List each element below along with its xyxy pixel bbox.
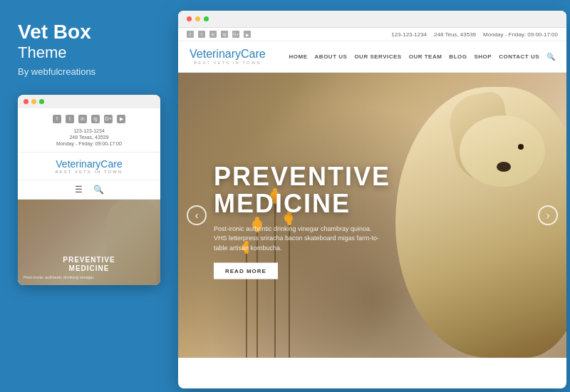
mobile-hours: Monday - Friday: 09:00-17:00 <box>56 141 122 146</box>
desktop-hero: PREVENTIVE MEDICINE Post-ironic authenti… <box>178 73 566 358</box>
desktop-hours: Monday - Friday: 09:00-17:00 <box>483 31 558 38</box>
hero-prev-arrow[interactable]: ‹ <box>187 205 207 225</box>
mobile-address: 248 Texas, 43539 <box>69 135 108 140</box>
theme-title: Vet Box Theme <box>18 21 159 62</box>
mobile-logo-bold: Veterinary <box>56 158 100 170</box>
dog-nose <box>497 162 511 172</box>
hero-title: PREVENTIVE MEDICINE <box>214 163 390 217</box>
nav-services[interactable]: OUR SERVICES <box>354 53 401 60</box>
desktop-gplus-icon: G+ <box>232 31 239 38</box>
desktop-contact-info: 123-123-1234 248 Teus, 43539 Monday - Fr… <box>391 31 558 38</box>
hero-next-arrow[interactable]: › <box>538 205 558 225</box>
desktop-twitter-icon: t <box>198 31 205 38</box>
desktop-navbar: VeterinaryCare BEST VETS IN TOWN HOME AB… <box>178 41 566 73</box>
desktop-youtube-icon: ▶ <box>244 31 251 38</box>
nav-shop[interactable]: SHOP <box>474 53 492 60</box>
desktop-logo-bold: Veterinary <box>190 48 241 60</box>
search-icon[interactable]: 🔍 <box>546 53 555 61</box>
twitter-icon: t <box>66 115 74 123</box>
desktop-address: 248 Teus, 43539 <box>434 31 476 38</box>
dot-red-desktop <box>187 16 192 21</box>
mac-dots-mobile <box>18 95 160 108</box>
mobile-phone: 123-123-1234 <box>73 128 105 133</box>
left-panel: Vet Box Theme By webfulcreations f t in … <box>0 0 177 392</box>
mobile-nav: ☰ 🔍 <box>18 180 160 200</box>
dog-eye <box>518 144 524 150</box>
desktop-logo-light: Care <box>241 48 266 60</box>
dot-green-mobile <box>39 99 44 104</box>
mobile-hero-overlay: PREVENTIVE MEDICINE Post-ironic authenti… <box>18 200 160 285</box>
dog-face <box>460 115 545 187</box>
dot-yellow-mobile <box>31 99 36 104</box>
mobile-logo-tagline: BEST VETS IN TOWN <box>24 170 155 174</box>
theme-name-light: Theme <box>18 43 159 62</box>
mobile-topbar: f t in ig G+ ▶ 123-123-1234 248 Texas, 4… <box>18 108 160 153</box>
desktop-nav-links: HOME ABOUT US OUR SERVICES OUR TEAM BLOG… <box>289 53 555 61</box>
desktop-linkedin-icon: in <box>209 31 217 38</box>
mobile-mockup: f t in ig G+ ▶ 123-123-1234 248 Texas, 4… <box>18 95 160 285</box>
desktop-logo: VeterinaryCare <box>190 48 266 60</box>
dot-green-desktop <box>204 16 209 21</box>
mobile-hero-desc: Post-ironic authentic drinking vinegar <box>24 275 155 279</box>
mobile-logo-light: Care <box>100 158 122 170</box>
desktop-facebook-icon: f <box>187 31 194 38</box>
mobile-logo: VeterinaryCare <box>24 158 155 170</box>
dog-silhouette <box>367 73 566 358</box>
theme-name-bold: Vet Box <box>18 21 159 43</box>
youtube-icon: ▶ <box>117 115 125 123</box>
desktop-mockup: f t in ig G+ ▶ 123-123-1234 248 Teus, 43… <box>178 11 566 388</box>
mobile-social-row: f t in ig G+ ▶ <box>24 112 155 126</box>
desktop-social-row: f t in ig G+ ▶ <box>187 31 251 38</box>
mobile-contact-info: 123-123-1234 248 Texas, 43539 Monday - F… <box>24 126 155 148</box>
hero-description: Post-ironic authentic drinking vinegar c… <box>214 224 385 253</box>
dot-red-mobile <box>24 99 28 104</box>
desktop-instagram-icon: ig <box>221 31 228 38</box>
nav-about[interactable]: ABOUT US <box>315 53 348 60</box>
search-icon-mobile[interactable]: 🔍 <box>93 185 104 195</box>
desktop-logo-tagline: BEST VETS IN TOWN <box>190 61 266 65</box>
hamburger-icon[interactable]: ☰ <box>75 185 83 195</box>
nav-blog[interactable]: BLOG <box>449 53 467 60</box>
desktop-phone: 123-123-1234 <box>391 31 427 38</box>
nav-home[interactable]: HOME <box>289 53 308 60</box>
desktop-titlebar <box>178 11 566 28</box>
nav-team[interactable]: OUR TEAM <box>409 53 442 60</box>
facebook-icon: f <box>53 115 61 123</box>
instagram-icon: ig <box>91 115 100 123</box>
hero-content: PREVENTIVE MEDICINE Post-ironic authenti… <box>214 163 390 279</box>
dot-yellow-desktop <box>195 16 200 21</box>
nav-contact[interactable]: CONTACT US <box>499 53 539 60</box>
mobile-hero-title: PREVENTIVE MEDICINE <box>24 256 155 273</box>
desktop-logo-group: VeterinaryCare BEST VETS IN TOWN <box>190 48 266 65</box>
googleplus-icon: G+ <box>104 115 113 123</box>
mobile-logo-area: VeterinaryCare BEST VETS IN TOWN <box>18 153 160 180</box>
read-more-button[interactable]: READ MORE <box>214 263 278 279</box>
linkedin-icon: in <box>78 115 87 123</box>
desktop-topbar: f t in ig G+ ▶ 123-123-1234 248 Teus, 43… <box>178 28 566 41</box>
mobile-hero: PREVENTIVE MEDICINE Post-ironic authenti… <box>18 200 160 285</box>
author-label: By webfulcreations <box>18 66 159 77</box>
